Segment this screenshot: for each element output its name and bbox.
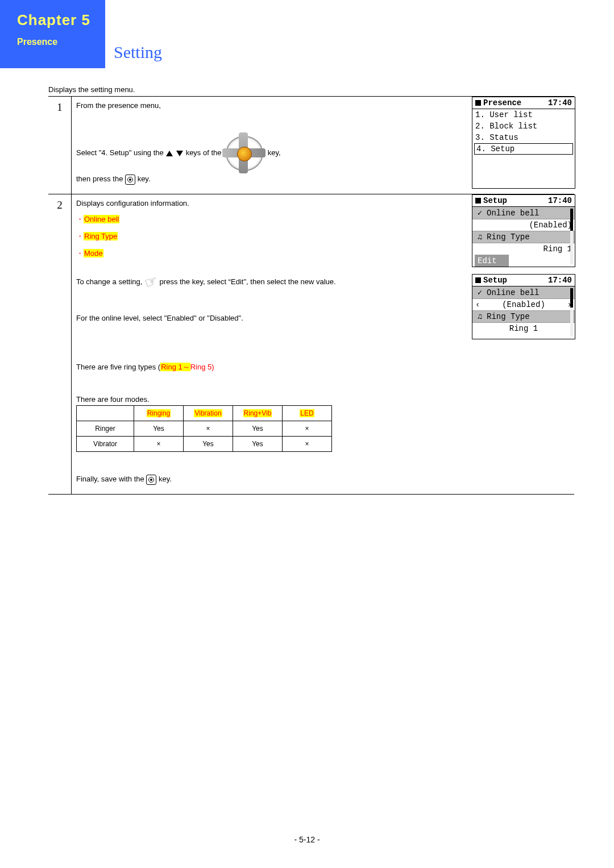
- menu-item: 3. Status: [472, 132, 575, 143]
- setup-screen-a: Setup 17:40 ✓Online bell (Enabled) ♫Ring…: [472, 194, 575, 267]
- step-number: 2: [48, 194, 72, 495]
- menu-item: 2. Block list: [472, 121, 575, 132]
- menu-item-selected: 4. Setup: [475, 144, 572, 154]
- screen-time: 17:40: [548, 98, 572, 107]
- square-icon: [475, 198, 481, 203]
- step-2-body: Displays configuration information. ・Onl…: [72, 194, 575, 495]
- blank-header: [77, 406, 134, 421]
- page-footer: - 5-12 -: [0, 835, 614, 844]
- content: Displays the setting menu. 1 From the pr…: [0, 68, 614, 495]
- menu-item: 1. User list: [472, 109, 575, 121]
- step1-screen-area: Presence 17:40 1. User list 2. Block lis…: [472, 97, 580, 196]
- text: key,: [268, 148, 281, 157]
- col-vibration: Vibration: [184, 406, 233, 421]
- step1-select-line: Select "4. Setup" using the keys of the …: [76, 136, 460, 171]
- center-key-icon: [125, 175, 135, 185]
- text: key.: [159, 475, 172, 483]
- square-icon: [475, 277, 481, 283]
- col-ringing: Ringing: [134, 406, 184, 421]
- text: keys of the: [186, 148, 223, 157]
- bullet-ring-type: ・Ring Type: [76, 231, 460, 242]
- presence-screen: Presence 17:40 1. User list 2. Block lis…: [472, 97, 575, 189]
- online-note: For the online level, select "Enabled" o…: [76, 314, 460, 322]
- row-online-bell: ✓Online bell: [472, 286, 575, 298]
- steps-table: 1 From the presence menu, Select "4. Set…: [48, 96, 574, 495]
- row-online-bell: ✓Online bell: [472, 207, 575, 219]
- up-arrow-icon: [166, 151, 173, 156]
- ring-note: There are five ring types (Ring 1～Ring 5…: [76, 362, 460, 372]
- down-arrow-icon: [176, 151, 183, 156]
- modes-intro: There are four modes.: [76, 395, 460, 404]
- table-row: Ringer Yes × Yes ×: [77, 421, 332, 437]
- step2-heading: Displays configuration information.: [76, 199, 460, 207]
- square-icon: [475, 100, 481, 106]
- section-name: Presence: [17, 37, 105, 47]
- col-ringvib: Ring+Vib: [233, 406, 283, 421]
- row-ring1: Ring 1: [472, 243, 575, 255]
- text: key.: [138, 175, 151, 183]
- step1-then-line: then press the key.: [76, 175, 460, 185]
- edit-softkey: Edit: [475, 255, 509, 267]
- step-1-body: From the presence menu, Select "4. Setup…: [72, 97, 575, 194]
- setup-screen-b: Setup 17:40 ✓Online bell ‹ (Enabled) › ♫…: [472, 274, 575, 339]
- finally-line: Finally, save with the key.: [76, 475, 460, 485]
- row-enabled-picker: ‹ (Enabled) ›: [472, 298, 575, 310]
- page-title: Setting: [114, 43, 162, 62]
- dpad-icon: [226, 136, 263, 171]
- text: Finally, save with the: [76, 475, 146, 483]
- page-header: Chapter 5 Presence Setting: [0, 0, 614, 68]
- step2-screen-area: Setup 17:40 ✓Online bell (Enabled) ♫Ring…: [472, 194, 580, 346]
- col-led: LED: [283, 406, 332, 421]
- chapter-badge: Chapter 5 Presence: [0, 0, 105, 68]
- bullet-online-bell: ・Online bell: [76, 214, 460, 225]
- text: press the key, select “Edit", then selec…: [160, 277, 336, 286]
- center-key-icon: [146, 475, 156, 485]
- table-row: Vibrator × Yes Yes ×: [77, 437, 332, 452]
- change-line: To change a setting, ☞ press the key, se…: [76, 273, 460, 291]
- hand-pointer-icon: ☞: [142, 272, 160, 293]
- intro-caption: Displays the setting menu.: [48, 85, 574, 94]
- bullet-mode: ・Mode: [76, 248, 460, 259]
- text: To change a setting,: [76, 277, 142, 286]
- step1-line1: From the presence menu,: [76, 101, 460, 110]
- text: Select "4. Setup" using the: [76, 148, 165, 157]
- chapter-number: Chapter 5: [17, 11, 105, 29]
- screen-title: Presence: [483, 98, 521, 107]
- screen-title: Setup: [483, 276, 507, 285]
- row-ring-type: ♫Ring Type: [472, 231, 575, 243]
- row-ring1: Ring 1: [472, 322, 575, 334]
- row-enabled: (Enabled): [472, 219, 575, 231]
- screen-time: 17:40: [548, 196, 572, 205]
- text: then press the: [76, 175, 125, 183]
- modes-table: Ringing Vibration Ring+Vib LED Ringer Ye…: [76, 405, 332, 452]
- screen-time: 17:40: [548, 276, 572, 285]
- left-arrow-icon: ‹: [475, 300, 480, 309]
- step-number: 1: [48, 97, 72, 194]
- screen-title: Setup: [483, 196, 507, 205]
- row-ring-type: ♫Ring Type: [472, 310, 575, 322]
